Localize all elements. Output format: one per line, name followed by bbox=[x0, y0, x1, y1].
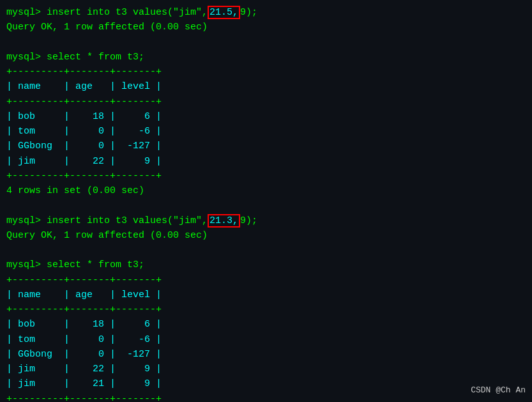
table1-row-jim: | jim | 22 | 9 | bbox=[6, 154, 526, 169]
table1-row-bob: | bob | 18 | 6 | bbox=[6, 109, 526, 124]
table1-row-tom: | tom | 0 | -6 | bbox=[6, 124, 526, 139]
table2-border-mid: +---------+-------+-------+ bbox=[6, 302, 526, 317]
line-2: Query OK, 1 row affected (0.00 sec) bbox=[6, 20, 526, 35]
table2-header: | name | age | level | bbox=[6, 288, 526, 302]
table2-row-jim1: | jim | 22 | 9 | bbox=[6, 362, 526, 376]
table2-row-bob: | bob | 18 | 6 | bbox=[6, 317, 526, 332]
line-16: Query OK, 1 row affected (0.00 sec) bbox=[6, 228, 526, 243]
table1-header: | name | age | level | bbox=[6, 79, 526, 94]
table1-border-bottom: +---------+-------+-------+ bbox=[6, 169, 526, 183]
highlight-21.5: 21.5, bbox=[208, 6, 240, 19]
line-1: mysql> insert into t3 values("jim",21.5,… bbox=[6, 5, 526, 20]
table2-row-tom: | tom | 0 | -6 | bbox=[6, 332, 526, 347]
table2-border-bottom: +---------+-------+-------+ bbox=[6, 392, 526, 403]
empty-line-3 bbox=[6, 243, 526, 258]
highlight-21.3: 21.3, bbox=[208, 214, 240, 228]
table1-border-mid: +---------+-------+-------+ bbox=[6, 95, 526, 109]
line-4: mysql> select * from t3; bbox=[6, 50, 526, 65]
terminal: mysql> insert into t3 values("jim",21.5,… bbox=[6, 5, 526, 397]
table2-row-jim2: | jim | 21 | 9 | bbox=[6, 376, 526, 391]
empty-line-2 bbox=[6, 198, 526, 213]
line-rows-1: 4 rows in set (0.00 sec) bbox=[6, 183, 526, 198]
empty-line-1 bbox=[6, 35, 526, 50]
table2-border-top: +---------+-------+-------+ bbox=[6, 273, 526, 288]
watermark: CSDN @Ch An bbox=[471, 384, 526, 397]
table1-row-ggbong: | GGbong | 0 | -127 | bbox=[6, 139, 526, 153]
line-15: mysql> insert into t3 values("jim",21.3,… bbox=[6, 213, 526, 228]
table2-row-ggbong: | GGbong | 0 | -127 | bbox=[6, 347, 526, 362]
table1-border-top: +---------+-------+-------+ bbox=[6, 65, 526, 79]
line-18: mysql> select * from t3; bbox=[6, 258, 526, 272]
